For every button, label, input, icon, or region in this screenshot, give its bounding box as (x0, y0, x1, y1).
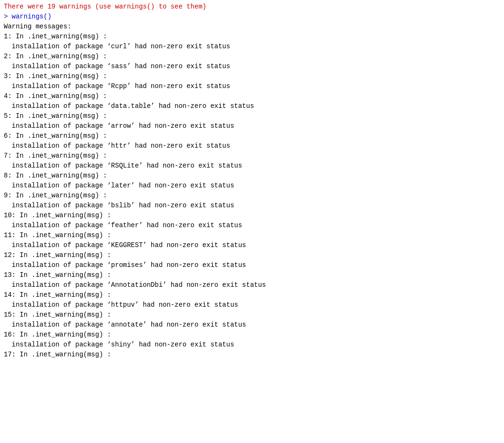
warning-item: 9: In .inet_warning(msg) : installation … (4, 192, 234, 209)
warning-item: 2: In .inet_warning(msg) : installation … (4, 53, 230, 70)
warning-item: 6: In .inet_warning(msg) : installation … (4, 132, 230, 150)
warning-item: 7: In .inet_warning(msg) : installation … (4, 152, 242, 169)
warning-item: 17: In .inet_warning(msg) : (4, 351, 111, 358)
warning-item: 3: In .inet_warning(msg) : installation … (4, 72, 230, 90)
warning-item: 13: In .inet_warning(msg) : installation… (4, 271, 266, 289)
warning-header: There were 19 warnings (use warnings() t… (4, 3, 206, 10)
warning-item: 14: In .inet_warning(msg) : installation… (4, 291, 238, 309)
warning-messages-label: Warning messages: (4, 23, 71, 30)
warning-item: 5: In .inet_warning(msg) : installation … (4, 112, 234, 130)
warning-list: 1: In .inet_warning(msg) : installation … (4, 33, 266, 358)
warning-item: 11: In .inet_warning(msg) : installation… (4, 231, 246, 249)
warning-item: 15: In .inet_warning(msg) : installation… (4, 311, 246, 328)
warning-item: 4: In .inet_warning(msg) : installation … (4, 92, 254, 110)
warning-item: 1: In .inet_warning(msg) : installation … (4, 33, 230, 50)
console-output: There were 19 warnings (use warnings() t… (4, 2, 504, 443)
prompt-line: > warnings() (4, 13, 52, 20)
warning-item: 10: In .inet_warning(msg) : installation… (4, 212, 242, 229)
warning-item: 16: In .inet_warning(msg) : installation… (4, 331, 234, 348)
warning-item: 8: In .inet_warning(msg) : installation … (4, 172, 234, 189)
warning-item: 12: In .inet_warning(msg) : installation… (4, 251, 246, 269)
